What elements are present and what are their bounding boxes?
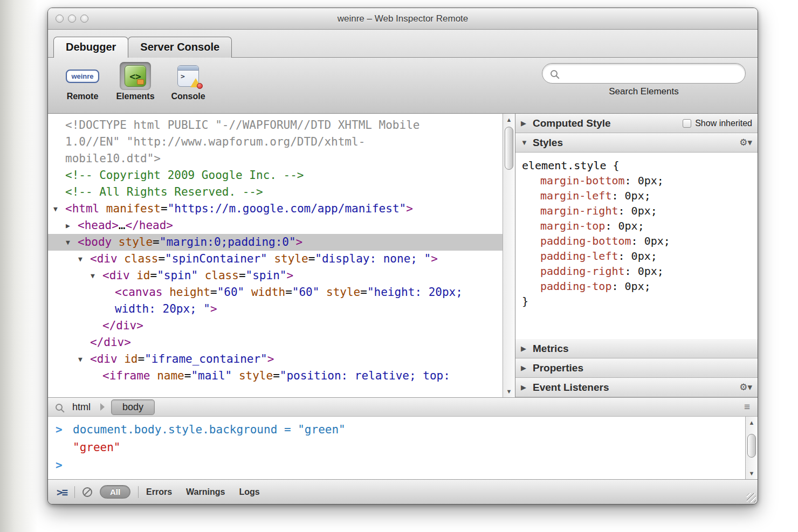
- console-window-titlebar-icon: [178, 66, 198, 71]
- collapsed-arrow-icon[interactable]: ▶: [521, 119, 533, 127]
- breadcrumb-bar: htmlbody≡: [48, 397, 758, 417]
- section-title: Styles: [533, 137, 563, 149]
- list-icon[interactable]: ≡: [744, 401, 750, 413]
- breadcrumb-search-icon[interactable]: [56, 404, 63, 411]
- titlebar[interactable]: weinre – Web Inspector Remote: [48, 8, 758, 30]
- dom-node[interactable]: <!DOCTYPE html PUBLIC "-//WAPFORUM//DTD …: [48, 117, 503, 134]
- dom-node-selected[interactable]: ▼<body style="margin:0;padding:0">: [48, 234, 503, 251]
- styles-sidebar: ▶Computed StyleShow inherited▼Styles⚙▾el…: [515, 114, 758, 397]
- expanded-arrow-icon[interactable]: ▼: [521, 139, 533, 147]
- dom-node[interactable]: ▶<head>…</head>: [48, 217, 503, 234]
- dom-node[interactable]: <canvas height="60" width="60" style="he…: [48, 284, 503, 301]
- resize-grip[interactable]: [747, 493, 756, 502]
- filter-all-button[interactable]: All: [100, 485, 130, 499]
- gear-icon[interactable]: ⚙▾: [739, 382, 752, 393]
- style-property[interactable]: padding-bottom: 0px;: [522, 233, 751, 248]
- prompt-icon: >: [56, 457, 73, 474]
- dom-node[interactable]: ▼<div id="spin" class="spin">: [48, 267, 503, 284]
- style-property[interactable]: margin-bottom: 0px;: [522, 173, 751, 188]
- toolbar-buttons: weinreRemote<>Elements>Console: [58, 62, 216, 101]
- elements-icon: <>: [125, 65, 146, 87]
- console-toggle-icon[interactable]: >≡: [57, 486, 67, 498]
- dom-node[interactable]: 1.0//EN" "http://www.wapforum.org/DTD/xh…: [48, 134, 503, 150]
- scroll-up-icon[interactable]: ▲: [746, 419, 758, 426]
- minimize-window-button[interactable]: [68, 15, 76, 23]
- dom-node[interactable]: </div>: [48, 334, 503, 351]
- tab-bar: DebuggerServer Console: [48, 30, 758, 58]
- collapsed-arrow-icon[interactable]: ▶: [521, 344, 533, 353]
- style-property[interactable]: margin-top: 0px;: [522, 218, 751, 233]
- weinre-logo-icon: weinre: [66, 70, 99, 83]
- search-label: Search Elements: [542, 86, 746, 97]
- console-button[interactable]: >Console: [163, 62, 213, 101]
- zoom-window-button[interactable]: [80, 15, 88, 23]
- style-property[interactable]: padding-right: 0px;: [522, 264, 751, 279]
- close-window-button[interactable]: [56, 15, 64, 23]
- remote-button-label: Remote: [67, 92, 99, 101]
- console-prompt[interactable]: >: [56, 457, 745, 474]
- section-header-properties[interactable]: ▶Properties: [515, 358, 758, 378]
- dom-node[interactable]: <iframe name="mail" style="position: rel…: [48, 368, 503, 384]
- filter-errors-button[interactable]: Errors: [146, 487, 172, 497]
- section-header-event-listeners[interactable]: ▶Event Listeners⚙▾: [515, 378, 758, 397]
- collapse-arrow-icon[interactable]: ▼: [53, 201, 65, 217]
- console-command: >document.body.style.background = "green…: [56, 421, 745, 439]
- remote-button[interactable]: weinreRemote: [58, 62, 107, 101]
- scroll-down-icon[interactable]: ▼: [503, 388, 515, 395]
- scroll-down-icon[interactable]: ▼: [746, 470, 758, 476]
- dom-scrollbar-thumb[interactable]: [505, 127, 513, 170]
- gear-icon[interactable]: ⚙▾: [739, 137, 752, 148]
- breadcrumb-body[interactable]: body: [111, 399, 155, 415]
- dom-node[interactable]: width: 20px; ">: [48, 301, 503, 317]
- style-property[interactable]: margin-left: 0px;: [522, 188, 751, 203]
- style-property[interactable]: padding-left: 0px;: [522, 248, 751, 264]
- console-result: "green": [56, 439, 745, 457]
- dom-node[interactable]: ▼<div id="iframe_container">: [48, 351, 503, 368]
- dom-node[interactable]: ▼<div class="spinContainer" style="displ…: [48, 251, 503, 267]
- dom-node[interactable]: ▼<html manifest="https://m.google.com/ap…: [48, 201, 503, 217]
- show-inherited-checkbox[interactable]: [683, 119, 691, 128]
- scroll-up-icon[interactable]: ▲: [503, 116, 515, 123]
- breadcrumb-html[interactable]: html: [69, 400, 94, 414]
- tab-debugger[interactable]: Debugger: [53, 37, 128, 58]
- filter-warnings-button[interactable]: Warnings: [186, 487, 225, 497]
- section-title: Computed Style: [533, 118, 611, 129]
- error-badge-icon: [197, 83, 203, 89]
- dom-node[interactable]: <!-- Copyright 2009 Google Inc. -->: [48, 167, 503, 184]
- collapse-arrow-icon[interactable]: ▼: [78, 351, 90, 368]
- divider: [138, 486, 139, 498]
- divider: [74, 486, 75, 498]
- console-scrollbar-thumb[interactable]: [747, 434, 756, 458]
- dom-node[interactable]: mobile10.dtd">: [48, 150, 503, 167]
- section-header-styles[interactable]: ▼Styles⚙▾: [515, 133, 758, 153]
- section-title: Metrics: [533, 343, 569, 355]
- clear-console-icon[interactable]: [82, 487, 92, 497]
- search-input[interactable]: [542, 63, 746, 84]
- collapse-arrow-icon[interactable]: ▼: [66, 234, 78, 251]
- style-property[interactable]: padding-top: 0px;: [522, 279, 751, 294]
- console-area: >document.body.style.background = "green…: [48, 417, 758, 479]
- console-scrollbar[interactable]: ▲ ▼: [745, 417, 758, 479]
- section-title: Properties: [533, 362, 583, 374]
- console-command-text: document.body.style.background = "green": [73, 423, 346, 436]
- console-icon: >: [177, 65, 199, 87]
- collapsed-arrow-icon[interactable]: ▶: [521, 383, 533, 391]
- collapsed-arrow-icon[interactable]: ▶: [521, 364, 533, 372]
- collapse-arrow-icon[interactable]: ▼: [91, 267, 102, 284]
- dom-scrollbar[interactable]: ▲ ▼: [503, 114, 515, 397]
- rule-selector[interactable]: element.style {: [522, 158, 751, 173]
- style-property[interactable]: margin-right: 0px;: [522, 203, 751, 218]
- weinre-window: weinre – Web Inspector Remote DebuggerSe…: [47, 8, 758, 505]
- collapse-arrow-icon[interactable]: ▼: [78, 251, 90, 267]
- expand-arrow-icon[interactable]: ▶: [66, 217, 78, 234]
- dom-node[interactable]: </div>: [48, 317, 503, 334]
- section-header-computed-style[interactable]: ▶Computed StyleShow inherited: [515, 114, 758, 133]
- inspector-main: <!DOCTYPE html PUBLIC "-//WAPFORUM//DTD …: [48, 114, 758, 397]
- dom-node[interactable]: <!-- All Rights Reserved. -->: [48, 184, 503, 201]
- console-log[interactable]: >document.body.style.background = "green…: [48, 417, 745, 479]
- elements-button[interactable]: <>Elements: [111, 62, 160, 101]
- element-style-rule: element.style {margin-bottom: 0px;margin…: [515, 153, 758, 339]
- tab-server-console[interactable]: Server Console: [128, 37, 232, 58]
- filter-logs-button[interactable]: Logs: [239, 487, 259, 497]
- section-header-metrics[interactable]: ▶Metrics: [515, 339, 758, 358]
